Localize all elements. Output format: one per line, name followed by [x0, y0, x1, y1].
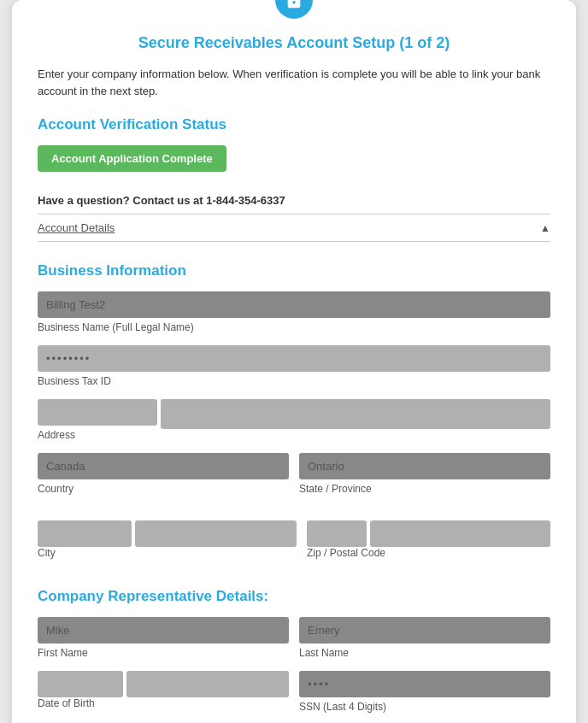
ssn-input[interactable]: [299, 671, 550, 697]
zip-field: Zip / Postal Code: [307, 520, 550, 559]
state-input[interactable]: [299, 453, 550, 479]
country-state-row: Country State / Province: [38, 453, 550, 507]
main-card: Secure Receivables Account Setup (1 of 2…: [12, 0, 576, 723]
card-content: Secure Receivables Account Setup (1 of 2…: [12, 0, 576, 723]
state-label: State / Province: [299, 483, 550, 495]
state-field: State / Province: [299, 453, 550, 495]
first-name-label: First Name: [38, 647, 289, 659]
last-name-input[interactable]: [299, 617, 550, 644]
verification-section-title: Account Verification Status: [38, 116, 550, 133]
status-button[interactable]: Account Application Complete: [38, 145, 226, 172]
lock-svg: [285, 0, 303, 9]
zip-label: Zip / Postal Code: [307, 547, 550, 559]
business-name-input[interactable]: [38, 291, 550, 318]
status-button-group: Account Application Complete: [38, 145, 550, 182]
first-name-field: First Name: [38, 617, 289, 659]
business-name-label: Business Name (Full Legal Name): [38, 321, 550, 333]
country-input[interactable]: [38, 453, 289, 479]
country-field: Country: [38, 453, 289, 495]
city-input[interactable]: [38, 520, 132, 547]
address-input[interactable]: [38, 399, 157, 426]
tax-id-field: Business Tax ID: [38, 345, 550, 387]
tax-id-input[interactable]: [38, 345, 550, 372]
address-input-rest[interactable]: [161, 399, 550, 429]
chevron-up-icon: ▲: [540, 222, 550, 234]
address-field: Address: [38, 399, 550, 441]
representative-section-title: Company Representative Details:: [38, 588, 550, 605]
last-name-field: Last Name: [299, 617, 550, 659]
city-field: City: [38, 520, 297, 559]
first-name-input[interactable]: [38, 617, 289, 644]
tax-id-label: Business Tax ID: [38, 375, 550, 387]
business-section-title: Business Information: [38, 262, 550, 279]
business-name-field: Business Name (Full Legal Name): [38, 291, 550, 333]
city-input-rest[interactable]: [135, 520, 297, 547]
contact-text: Have a question? Contact us at 1-844-354…: [38, 194, 550, 207]
ssn-field: SSN (Last 4 Digits): [299, 671, 550, 713]
name-row: First Name Last Name: [38, 617, 550, 671]
address-label: Address: [38, 429, 550, 441]
dob-input[interactable]: [38, 671, 123, 697]
intro-text: Enter your company information below. Wh…: [38, 66, 550, 99]
dob-ssn-row: Date of Birth SSN (Last 4 Digits): [38, 671, 550, 723]
city-zip-row: City Zip / Postal Code: [38, 520, 550, 571]
ssn-label: SSN (Last 4 Digits): [299, 701, 550, 713]
dob-input-rest[interactable]: [126, 671, 289, 697]
page-title: Secure Receivables Account Setup (1 of 2…: [38, 34, 550, 52]
zip-input[interactable]: [307, 520, 367, 547]
last-name-label: Last Name: [299, 647, 550, 659]
dob-field: Date of Birth: [38, 671, 289, 713]
dob-label: Date of Birth: [38, 697, 289, 709]
country-label: Country: [38, 483, 289, 495]
city-label: City: [38, 547, 297, 559]
account-details-row: Account Details ▲: [38, 214, 550, 242]
account-details-link[interactable]: Account Details: [38, 221, 115, 234]
zip-input-rest[interactable]: [370, 520, 550, 547]
